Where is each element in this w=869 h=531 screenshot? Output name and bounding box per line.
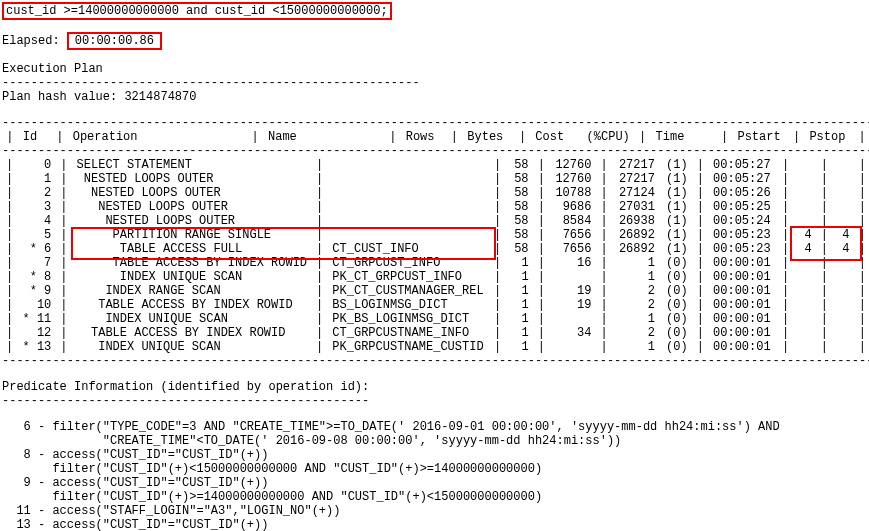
predicate-info-heading: Predicate Information (identified by ope… [2, 380, 869, 394]
elapsed-value-box: 00:00:00.86 [67, 32, 162, 50]
predicate-block: 6 - filter("TYPE_CODE"=3 AND "CREATE_TIM… [2, 420, 869, 531]
plan-hash-value: Plan hash value: 3214874870 [2, 90, 869, 104]
predicate-dash: ----------------------------------------… [2, 394, 869, 408]
table-row: |1| NESTED LOOPS OUTER||58|12760|27217(1… [2, 172, 869, 186]
hdr-bytes: Bytes [463, 130, 514, 144]
table-row: |* 6| TABLE ACCESS FULL|CT_CUST_INFO|58|… [2, 242, 869, 256]
plan-bottom-border: ----------------------------------------… [2, 354, 869, 368]
hdr-rows: Rows [402, 130, 447, 144]
hdr-operation: Operation [69, 130, 248, 144]
table-row: |12| TABLE ACCESS BY INDEX ROWID|CT_GRPC… [2, 326, 869, 340]
hdr-pstart: Pstart [733, 130, 788, 144]
table-row: |0|SELECT STATEMENT||58|12760|27217(1)|0… [2, 158, 869, 172]
table-row: |2| NESTED LOOPS OUTER||58|10788|27124(1… [2, 186, 869, 200]
hdr-cost: Cost [531, 130, 582, 144]
separator-line: ----------------------------------------… [2, 76, 869, 90]
hdr-pstop: Pstop [805, 130, 854, 144]
table-row: |* 9| INDEX RANGE SCAN|PK_CT_CUSTMANAGER… [2, 284, 869, 298]
hdr-cpu: (%CPU) [583, 130, 635, 144]
execution-plan-table: | Id | Operation | Name | Rows | Bytes |… [2, 130, 869, 144]
table-row: |3| NESTED LOOPS OUTER||58|9686|27031(1)… [2, 200, 869, 214]
elapsed-line: Elapsed: 00:00:00.86 [2, 32, 869, 50]
top-predicate-box: cust_id >=14000000000000 and cust_id <15… [2, 2, 392, 20]
table-row: |* 11| INDEX UNIQUE SCAN|PK_BS_LOGINMSG_… [2, 312, 869, 326]
execution-plan-heading: Execution Plan [2, 62, 869, 76]
table-row: |4| NESTED LOOPS OUTER||58|8584|26938(1)… [2, 214, 869, 228]
plan-mid-border: ----------------------------------------… [2, 144, 869, 158]
hdr-time: Time [652, 130, 717, 144]
hdr-id: Id [19, 130, 52, 144]
table-row: |5| PARTITION RANGE SINGLE||58|7656|2689… [2, 228, 869, 242]
hdr-name: Name [264, 130, 385, 144]
table-row: |* 8| INDEX UNIQUE SCAN|PK_CT_GRPCUST_IN… [2, 270, 869, 284]
plan-header-row: | Id | Operation | Name | Rows | Bytes |… [2, 130, 869, 144]
plan-top-border: ----------------------------------------… [2, 116, 869, 130]
elapsed-label: Elapsed: [2, 34, 60, 48]
table-row: |* 13| INDEX UNIQUE SCAN|PK_GRPCUSTNAME_… [2, 340, 869, 354]
table-row: |7| TABLE ACCESS BY INDEX ROWID|CT_GRPCU… [2, 256, 869, 270]
table-row: |10| TABLE ACCESS BY INDEX ROWID|BS_LOGI… [2, 298, 869, 312]
plan-body: |0|SELECT STATEMENT||58|12760|27217(1)|0… [2, 158, 869, 354]
